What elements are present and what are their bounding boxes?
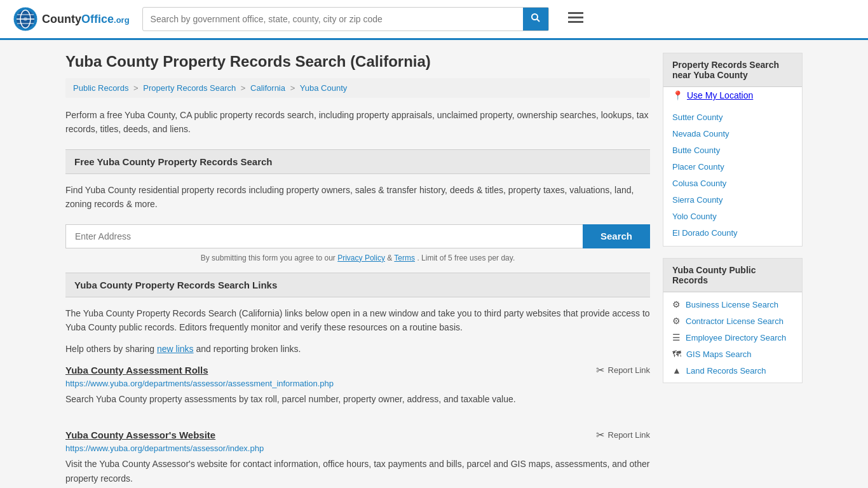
address-search-form: Search [65, 224, 650, 248]
new-links-link[interactable]: new links [157, 344, 194, 354]
nearby-county-colusa-link[interactable]: Colusa County [672, 179, 726, 188]
breadcrumb-sep-3: > [290, 83, 297, 93]
pr-employee-directory: ☰ Employee Directory Search [663, 329, 802, 346]
business-license-icon: ⚙ [672, 299, 681, 309]
svg-rect-9 [568, 12, 583, 14]
nearby-county-butte-link[interactable]: Butte County [672, 146, 720, 155]
nearby-counties-list: Sutter County Nevada County Butte County… [663, 104, 802, 246]
gis-maps-link[interactable]: GIS Maps Search [686, 349, 752, 359]
page-description: Perform a free Yuba County, CA public pr… [65, 108, 650, 137]
pr-contractor-license: ⚙ Contractor License Search [663, 313, 802, 329]
logo-icon [13, 6, 38, 32]
nearby-county-eldorado: El Dorado County [663, 224, 802, 241]
nearby-county-sutter-link[interactable]: Sutter County [672, 112, 723, 122]
breadcrumb: Public Records > Property Records Search… [65, 78, 650, 98]
use-my-location-row: 📍 Use My Location [663, 87, 802, 104]
svg-rect-11 [568, 21, 583, 23]
breadcrumb-public-records[interactable]: Public Records [73, 83, 128, 93]
breadcrumb-california[interactable]: California [250, 83, 285, 93]
breadcrumb-sep-1: > [133, 83, 140, 93]
land-records-link[interactable]: Land Records Search [686, 366, 766, 376]
site-header: CountyOffice.org [0, 0, 868, 40]
free-search-description: Find Yuba County residential property re… [65, 183, 650, 212]
nearby-county-yolo: Yolo County [663, 208, 802, 224]
nearby-county-placer-link[interactable]: Placer County [672, 162, 724, 172]
terms-link[interactable]: Terms [394, 254, 415, 262]
report-link-button-1[interactable]: ✂ Report Link [596, 429, 650, 441]
header-search-input[interactable] [143, 9, 523, 29]
address-search-button[interactable]: Search [583, 224, 650, 248]
report-link-label-0: Report Link [608, 365, 650, 375]
svg-point-6 [24, 17, 27, 21]
record-link-title-1[interactable]: Yuba County Assessor's Website [65, 430, 215, 440]
disclaimer-amp: & [387, 254, 394, 262]
site-logo[interactable]: CountyOffice.org [13, 6, 130, 32]
links-section-header: Yuba County Property Records Search Link… [65, 273, 650, 297]
search-icon [531, 13, 541, 23]
header-search-button[interactable] [523, 8, 548, 30]
breadcrumb-property-records-search[interactable]: Property Records Search [143, 83, 236, 93]
nearby-county-eldorado-link[interactable]: El Dorado County [672, 228, 738, 238]
public-records-section: Yuba County Public Records ⚙ Business Li… [663, 258, 803, 383]
record-link-header-0: Yuba County Assessment Rolls ✂ Report Li… [65, 364, 650, 376]
public-records-title: Yuba County Public Records [663, 259, 802, 292]
page-title: Yuba County Property Records Search (Cal… [65, 53, 650, 71]
privacy-policy-link[interactable]: Privacy Policy [337, 254, 385, 262]
links-share-text: Help others by sharing new links and rep… [65, 342, 650, 356]
logo-county-text: CountyOffice.org [42, 13, 130, 26]
hamburger-menu-icon[interactable] [568, 11, 583, 27]
report-icon-1: ✂ [596, 429, 604, 441]
disclaimer-text: By submitting this form you agree to our [201, 254, 336, 262]
sidebar: Property Records Search near Yuba County… [663, 53, 803, 488]
address-search-input[interactable] [65, 224, 583, 248]
svg-rect-10 [568, 17, 583, 18]
pr-land-records: ▲ Land Records Search [663, 362, 802, 379]
header-search-bar [142, 7, 549, 31]
nearby-county-nevada: Nevada County [663, 125, 802, 142]
breadcrumb-sep-2: > [241, 83, 248, 93]
nearby-county-sierra: Sierra County [663, 191, 802, 208]
record-link-desc-0: Search Yuba County property assessments … [65, 392, 650, 406]
pr-gis-maps: 🗺 GIS Maps Search [663, 346, 802, 362]
nearby-counties-section: Property Records Search near Yuba County… [663, 53, 803, 247]
svg-point-7 [532, 14, 538, 20]
nearby-counties-title: Property Records Search near Yuba County [663, 53, 802, 87]
report-link-label-1: Report Link [608, 430, 650, 440]
disclaimer-limit: . Limit of 5 free uses per day. [417, 254, 515, 262]
share-prefix: Help others by sharing [65, 344, 157, 354]
form-disclaimer: By submitting this form you agree to our… [65, 254, 650, 262]
free-search-section-header: Free Yuba County Property Records Search [65, 149, 650, 174]
report-link-button-0[interactable]: ✂ Report Link [596, 364, 650, 376]
svg-line-8 [537, 19, 539, 22]
record-link-item-1: Yuba County Assessor's Website ✂ Report … [65, 429, 650, 488]
report-icon-0: ✂ [596, 364, 604, 376]
business-license-link[interactable]: Business License Search [686, 300, 778, 309]
location-dot-icon: 📍 [672, 90, 683, 100]
contractor-license-link[interactable]: Contractor License Search [686, 316, 783, 326]
nearby-county-placer: Placer County [663, 158, 802, 175]
use-my-location-link[interactable]: Use My Location [687, 90, 753, 100]
record-link-item-0: Yuba County Assessment Rolls ✂ Report Li… [65, 364, 650, 416]
nearby-county-sierra-link[interactable]: Sierra County [672, 195, 722, 205]
main-container: Yuba County Property Records Search (Cal… [53, 40, 815, 488]
gis-maps-icon: 🗺 [672, 349, 681, 359]
nearby-county-nevada-link[interactable]: Nevada County [672, 129, 729, 139]
record-link-title-0[interactable]: Yuba County Assessment Rolls [65, 365, 208, 376]
main-content: Yuba County Property Records Search (Cal… [65, 53, 650, 488]
links-section-description: The Yuba County Property Records Search … [65, 306, 650, 335]
public-records-list: ⚙ Business License Search ⚙ Contractor L… [663, 292, 802, 383]
record-link-desc-1: Visit the Yuba County Assessor's website… [65, 457, 650, 485]
record-link-url-0[interactable]: https://www.yuba.org/departments/assesso… [65, 379, 650, 388]
nearby-county-yolo-link[interactable]: Yolo County [672, 212, 717, 221]
nearby-county-colusa: Colusa County [663, 175, 802, 191]
breadcrumb-yuba-county[interactable]: Yuba County [300, 83, 347, 93]
contractor-license-icon: ⚙ [672, 316, 681, 326]
nearby-county-butte: Butte County [663, 142, 802, 158]
share-suffix: and reporting broken links. [196, 344, 301, 354]
land-records-icon: ▲ [672, 365, 681, 376]
nearby-county-sutter: Sutter County [663, 109, 802, 125]
record-link-url-1[interactable]: https://www.yuba.org/departments/assesso… [65, 444, 650, 453]
employee-directory-icon: ☰ [672, 332, 681, 342]
record-link-header-1: Yuba County Assessor's Website ✂ Report … [65, 429, 650, 441]
employee-directory-link[interactable]: Employee Directory Search [686, 333, 786, 342]
